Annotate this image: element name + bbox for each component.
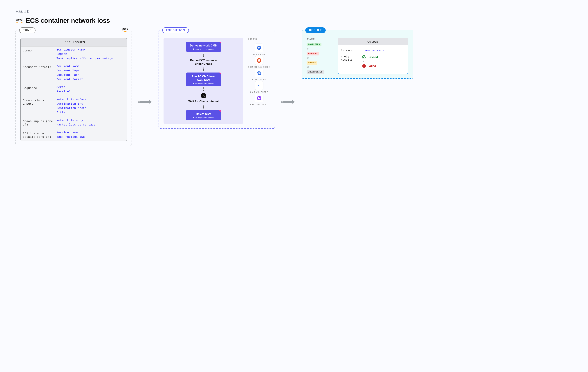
probe-name: SRM SLO PROBE [250, 104, 268, 106]
input-item: Task replica affected percentage [56, 57, 113, 60]
flow-arrow-icon [203, 53, 204, 57]
probe-name: HTTP PROBE [252, 79, 266, 81]
svg-rect-10 [258, 74, 261, 75]
output-header: Output [338, 38, 408, 45]
corner-badge-icon [219, 42, 221, 44]
execution-tag: EXECUTION [162, 27, 189, 33]
input-section: Common chaos inputsNetwork interfaceDest… [21, 95, 127, 116]
aws-logo-icon: aws [16, 18, 23, 24]
or-label: OR [306, 48, 333, 50]
input-item: ECS Cluster Name [56, 48, 113, 51]
execution-step-plain: Derive EC2 instance under Chaos [188, 59, 219, 66]
execution-step-card: Delete SSM Privilege access required [186, 110, 221, 120]
slo-probe-icon [255, 94, 263, 102]
input-section: Chaos inputs (one of)Network latencyPack… [21, 116, 127, 129]
probe-results-label: Probe Results [341, 55, 359, 61]
or-label: OR [306, 57, 333, 59]
user-inputs-box: User Inputs CommonECS Cluster NameRegion… [21, 38, 127, 141]
input-item: Task replica IDs [56, 135, 85, 139]
fault-label: Fault [16, 9, 572, 14]
priv-dot-icon [193, 117, 194, 118]
cmd-probe-icon [255, 81, 263, 90]
or-label: OR [362, 60, 378, 63]
probes-label: PROBES [248, 38, 270, 40]
input-section: EC2 instance details (one of)Service nam… [21, 129, 127, 141]
execution-step-wait: Wait for Chaos Interval [188, 93, 219, 103]
svg-point-15 [259, 98, 260, 99]
prom-probe-icon [255, 56, 263, 65]
status-label: STATUS [306, 38, 333, 40]
corner-badge-icon [219, 72, 221, 75]
flow-arrow-icon [203, 105, 204, 109]
user-inputs-header: User Inputs [21, 38, 127, 47]
input-section: Document DetailsDocument NameDocument Ty… [21, 62, 127, 83]
step-title: Delete SSM [189, 112, 218, 116]
probe-result-passed: Passed [362, 55, 378, 59]
status-badge: ERRORED [306, 52, 319, 55]
input-section: CommonECS Cluster NameRegionTask replica… [21, 47, 127, 62]
input-item: Jitter [56, 111, 87, 114]
execution-step-card: Run TC CMD from AWS SSM Privilege access… [186, 72, 221, 86]
input-item: Document Name [56, 65, 83, 68]
section-label: Common chaos inputs [23, 98, 55, 114]
probe-item: PROMETHEUS PROBE [248, 56, 270, 69]
flow-arrow-icon [203, 67, 204, 71]
svg-rect-11 [257, 84, 261, 87]
input-item: Service name [56, 131, 85, 134]
probe-item: K8S PROBE [248, 43, 270, 56]
status-badge: INCOMPLETED [306, 70, 324, 74]
chaos-metrics-link[interactable]: chaos metrics [362, 49, 384, 52]
probe-results-row: Probe Results Passed OR Failed [341, 54, 405, 69]
input-section: SequenceSerialParallel [21, 83, 127, 95]
metrics-label: Metrics [341, 49, 359, 52]
check-circle-icon [362, 55, 366, 59]
section-label: Document Details [23, 65, 55, 81]
priv-dot-icon [193, 83, 194, 84]
probe-name: COMMAND PROBE [250, 91, 268, 94]
result-panel: RESULT STATUS COMPLETEDORERROREDORQUEUED… [302, 30, 413, 79]
corner-badge-icon [219, 110, 221, 113]
diagram-body: TUNE aws User Inputs CommonECS Cluster N… [16, 30, 572, 146]
input-item: Document Type [56, 69, 83, 72]
connector-arrow [281, 100, 295, 104]
flow-arrow-icon [203, 87, 204, 91]
probe-item: HTTP PROBE [248, 69, 270, 81]
http-probe-icon [255, 69, 263, 77]
execution-step-card: Derive network CMD Privilege access requ… [186, 42, 221, 52]
section-label: Sequence [23, 86, 55, 93]
input-item: Network interface [56, 98, 87, 101]
input-item: Destination hosts [56, 106, 87, 110]
tune-panel: TUNE aws User Inputs CommonECS Cluster N… [16, 30, 132, 146]
step-title: Run TC CMD from AWS SSM [189, 75, 218, 82]
result-tag: RESULT [305, 27, 326, 33]
aws-corner-icon: aws [122, 27, 128, 32]
x-circle-icon [362, 64, 366, 68]
priv-note: Privilege access required [189, 83, 218, 84]
tune-tag: TUNE [19, 27, 35, 33]
connector-dot-icon [138, 101, 140, 103]
probe-name: K8S PROBE [253, 53, 265, 56]
output-box: Output Metrics chaos metrics Probe Resul… [338, 38, 408, 74]
input-item: Packet loss percentage [56, 123, 95, 126]
title-row: aws ECS container network loss [16, 17, 572, 24]
input-item: Network latency [56, 119, 95, 122]
connector-dot-icon [281, 101, 283, 103]
input-item: Serial [56, 86, 71, 89]
input-item: Document Format [56, 78, 83, 81]
section-label: Chaos inputs (one of) [23, 119, 55, 126]
input-item: Destination IPs [56, 102, 87, 106]
input-item: Region [56, 52, 113, 56]
priv-dot-icon [193, 49, 194, 50]
probes-column: PROBES K8S PROBE PROMETHEUS PROBE HTTP P… [248, 38, 270, 124]
step-title: Derive network CMD [189, 44, 218, 47]
execution-panel: EXECUTION Derive network CMD Privilege a… [158, 30, 275, 129]
connector-arrow [138, 100, 152, 104]
input-item: Document Path [56, 73, 83, 77]
status-badge: QUEUED [306, 61, 317, 65]
or-label: OR [306, 66, 333, 69]
status-badge: COMPLETED [306, 43, 321, 46]
priv-note: Privilege access required [189, 48, 218, 50]
diagram-header: Fault aws ECS container network loss [16, 9, 572, 24]
clock-icon [201, 93, 206, 98]
probe-item: SRM SLO PROBE [248, 94, 270, 106]
